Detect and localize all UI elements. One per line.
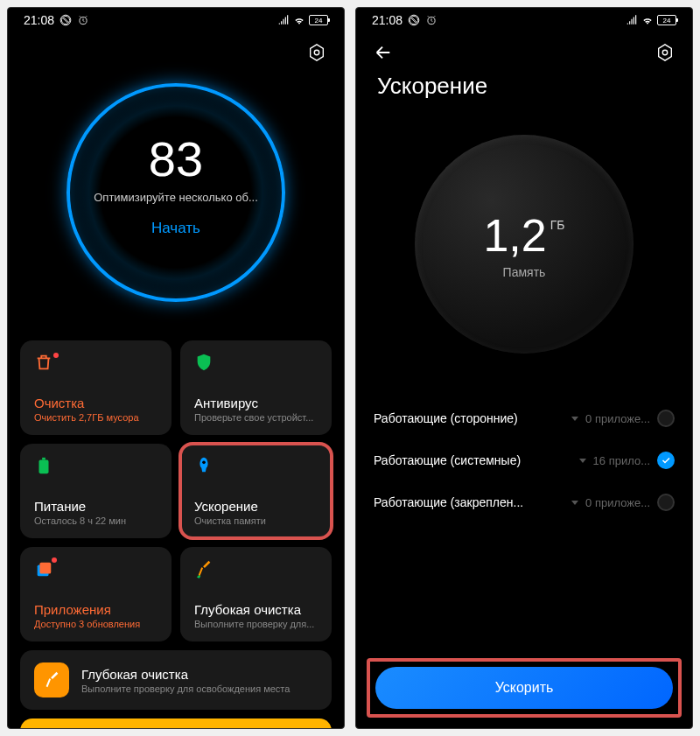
app-category-row[interactable]: Работающие (закреплен... 0 приложе... bbox=[374, 481, 675, 523]
boost-button-container: Ускорить bbox=[368, 660, 680, 716]
chevron-down-icon bbox=[571, 501, 578, 505]
tile-sub: Осталось 8 ч 22 мин bbox=[34, 515, 158, 526]
alarm-icon bbox=[425, 14, 438, 26]
battery-icon: 24 bbox=[657, 15, 676, 25]
promo-strip[interactable] bbox=[20, 718, 332, 729]
settings-icon[interactable] bbox=[655, 43, 675, 62]
settings-icon[interactable] bbox=[307, 43, 326, 62]
deep-clean-sub: Выполните проверку для освобождения мест… bbox=[81, 683, 318, 694]
svg-rect-2 bbox=[39, 460, 49, 474]
memory-gauge: 1,2 ГБ Память bbox=[415, 135, 634, 354]
wifi-icon bbox=[293, 14, 305, 26]
memory-label: Память bbox=[503, 265, 546, 279]
tile-antivirus[interactable]: АнтивирусПроверьте свое устройст... bbox=[180, 340, 332, 435]
tile-title: Очистка bbox=[34, 396, 158, 410]
status-time: 21:08 bbox=[372, 13, 402, 27]
app-count: 0 приложе... bbox=[585, 412, 650, 425]
category-label: Работающие (сторонние) bbox=[374, 411, 518, 425]
tile-cleaner[interactable]: ОчисткаОчистить 2,7ГБ мусора bbox=[20, 340, 172, 435]
svg-point-1 bbox=[314, 50, 319, 55]
app-category-row[interactable]: Работающие (сторонние) 0 приложе... bbox=[374, 397, 675, 439]
tile-title: Ускорение bbox=[194, 499, 318, 514]
dnd-icon bbox=[60, 14, 72, 26]
deep-clean-title: Глубокая очистка bbox=[81, 667, 318, 682]
tile-sub: Проверьте свое устройст... bbox=[194, 412, 318, 423]
security-score-ring[interactable]: 83 Оптимизируйте несколько об... Начать bbox=[58, 74, 294, 311]
tile-title: Антивирус bbox=[194, 396, 318, 410]
tile-title: Глубокая очистка bbox=[194, 602, 318, 617]
checkbox-checked[interactable] bbox=[657, 452, 675, 469]
deep-clean-card[interactable]: Глубокая очистка Выполните проверку для … bbox=[20, 650, 332, 710]
category-label: Работающие (системные) bbox=[374, 453, 521, 467]
tile-sub: Выполните проверку для... bbox=[194, 619, 318, 629]
rocket-icon bbox=[194, 456, 214, 475]
battery-icon: 24 bbox=[309, 15, 328, 25]
signal-icon bbox=[626, 14, 638, 26]
tile-sub: Очистка памяти bbox=[194, 515, 318, 526]
svg-point-8 bbox=[662, 50, 668, 55]
battery-icon bbox=[34, 456, 53, 475]
tile-sub: Очистить 2,7ГБ мусора bbox=[34, 412, 158, 423]
security-score-value: 83 bbox=[149, 130, 203, 187]
status-bar: 21:08 24 bbox=[356, 8, 692, 31]
optimize-button[interactable]: Начать bbox=[151, 220, 200, 237]
chevron-down-icon bbox=[579, 459, 586, 463]
back-icon[interactable] bbox=[374, 43, 393, 62]
shield-icon bbox=[194, 353, 214, 372]
boost-screen: 21:08 24 Ускорение 1,2 ГБ Память Работаю… bbox=[355, 7, 693, 729]
dnd-icon bbox=[408, 14, 420, 26]
memory-unit: ГБ bbox=[550, 218, 565, 232]
trash-icon bbox=[34, 353, 53, 372]
tile-boost[interactable]: УскорениеОчистка памяти bbox=[180, 444, 332, 538]
page-title: Ускорение bbox=[356, 66, 692, 117]
chevron-down-icon bbox=[571, 417, 578, 421]
svg-rect-6 bbox=[39, 563, 51, 574]
broom-icon bbox=[34, 662, 69, 697]
checkbox-empty[interactable] bbox=[657, 410, 675, 427]
app-count: 16 прило... bbox=[593, 454, 650, 467]
broom-icon bbox=[194, 559, 214, 578]
svg-point-4 bbox=[202, 461, 206, 465]
tile-title: Питание bbox=[34, 499, 158, 514]
security-score-hint: Оптимизируйте несколько об... bbox=[94, 191, 258, 204]
app-count: 0 приложе... bbox=[585, 496, 650, 509]
checkbox-empty[interactable] bbox=[657, 494, 675, 511]
tile-title: Приложения bbox=[34, 602, 158, 617]
status-bar: 21:08 24 bbox=[8, 8, 344, 31]
alarm-icon bbox=[77, 14, 89, 26]
wifi-icon bbox=[641, 14, 654, 26]
category-label: Работающие (закреплен... bbox=[374, 495, 523, 509]
security-app-screen: 21:08 24 83 Оптимизируйте несколько об..… bbox=[7, 7, 345, 729]
apps-icon bbox=[34, 559, 53, 578]
tile-apps[interactable]: ПриложенияДоступно 3 обновления bbox=[20, 547, 172, 641]
status-time: 21:08 bbox=[24, 13, 54, 27]
tile-battery[interactable]: ПитаниеОсталось 8 ч 22 мин bbox=[20, 444, 172, 538]
feature-grid: ОчисткаОчистить 2,7ГБ мусора АнтивирусПр… bbox=[8, 328, 344, 650]
memory-value: 1,2 bbox=[483, 209, 546, 262]
running-apps-list: Работающие (сторонние) 0 приложе... Рабо… bbox=[356, 380, 692, 523]
svg-rect-3 bbox=[42, 458, 46, 460]
signal-icon bbox=[277, 14, 290, 26]
tile-sub: Доступно 3 обновления bbox=[34, 619, 158, 629]
boost-button[interactable]: Ускорить bbox=[375, 667, 673, 709]
tile-deep-clean[interactable]: Глубокая очисткаВыполните проверку для..… bbox=[180, 547, 332, 641]
app-category-row[interactable]: Работающие (системные) 16 прило... bbox=[374, 439, 675, 481]
